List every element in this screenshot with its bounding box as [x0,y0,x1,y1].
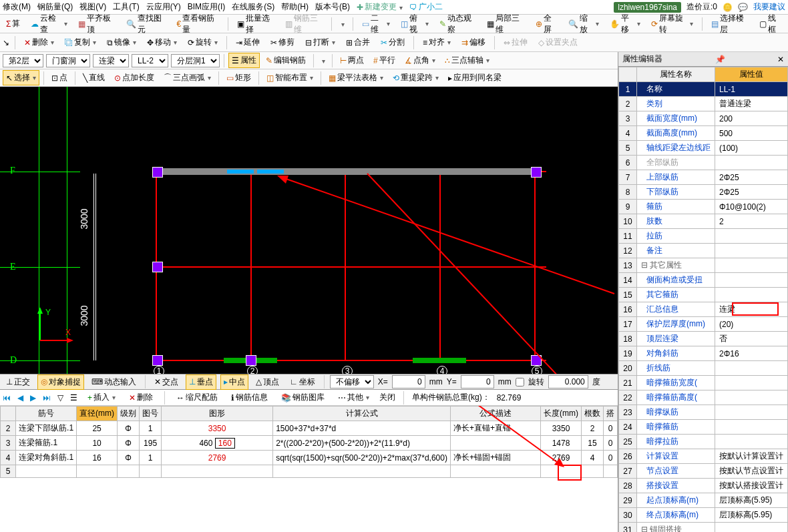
menu-modify[interactable]: 修改(M) [3,1,31,13]
prop-row[interactable]: 7 上部纵筋2Φ25 [619,170,788,185]
pan-button[interactable]: ✋平移 [606,11,644,37]
dynview-button[interactable]: ✎动态观察 [436,11,479,37]
prop-row[interactable]: 14 侧面构造或受扭 [619,273,788,288]
type-select[interactable]: 连梁 [93,54,129,67]
prop-row[interactable]: 22 暗撑箍筋高度( [619,390,788,405]
rebarlib-button[interactable]: 📚钢筋图库 [278,390,328,405]
nav-next[interactable]: ▶ [30,393,36,403]
copy-button[interactable]: ⿻复制 [61,35,100,50]
more-dropdown[interactable] [337,19,347,29]
snap-toggle[interactable]: ◎对象捕捉 [37,374,84,390]
rebar-table[interactable]: 筋号 直径(mm) 级别 图号 图形 计算公式 公式描述 长度(mm) 根数 搭… [0,406,618,478]
prop-row[interactable]: 15 其它箍筋 [619,288,788,302]
break-button[interactable]: ⊟打断 [302,35,339,50]
smart-tool[interactable]: ◫智能布置 [263,70,317,85]
x-input[interactable] [392,375,425,388]
deg-input[interactable] [548,375,588,388]
pingqi-button[interactable]: ▦平齐板顶 [75,11,119,37]
nav-last[interactable]: ⏭ [43,393,51,403]
prop-row[interactable]: 19 对角斜筋2Φ16 [619,346,788,361]
prop-row[interactable]: 21 暗撑箍筋宽度( [619,376,788,390]
prop-row[interactable]: 2 类别普通连梁 [619,97,788,111]
calc-button[interactable]: Σ算 [3,16,23,31]
prop-row[interactable]: 11 拉筋 [619,229,788,244]
prop-row[interactable]: 10 肢数2 [619,214,788,229]
nav-filter[interactable]: ▽ [57,393,63,403]
mirror-button[interactable]: ⧉镜像 [104,35,140,50]
table-row[interactable]: 2 连梁下部纵筋.1 25Φ1 3350 1500+37*d+37*d 净长+直… [1,421,618,436]
twopoint-button[interactable]: ⊢两点 [337,53,367,68]
property-button[interactable]: ☰属性 [228,53,260,68]
dyninput-toggle[interactable]: ⌨动态输入 [88,374,140,390]
select-tool[interactable]: ↖选择 [3,70,39,85]
applyall-button[interactable]: ▸应用到同名梁 [445,70,505,85]
table-row[interactable]: 4 连梁对角斜筋.1 16Φ1 2769 sqrt(sqr(1500)+sqr(… [1,451,618,465]
screenrot-button[interactable]: ⟳屏幕旋转 [648,11,697,37]
beamtable-button[interactable]: ▦梁平法表格 [325,70,387,85]
viewrebar-button[interactable]: €查看钢筋量 [174,11,222,37]
prop-row[interactable]: 3 截面宽度(mm)200 [619,111,788,126]
mid-toggle[interactable]: ▸中点 [220,374,248,390]
batch-button[interactable]: ▣批量选择 [234,11,278,37]
rebarinfo-button[interactable]: ℹ钢筋信息 [228,390,271,405]
cloudcheck-button[interactable]: ☁云检查 [27,11,70,37]
birdview-button[interactable]: ◫俯视 [397,11,432,37]
offset-button[interactable]: ⇉偏移 [458,35,489,50]
threeaux-button[interactable]: ∴三点辅轴 [441,53,493,68]
zoom-button[interactable]: 🔍缩放 [565,11,602,37]
rotate-checkbox[interactable] [516,378,524,386]
arrow-icon[interactable]: ↘ [3,38,9,47]
insert-button[interactable]: +插入 [84,390,119,405]
split-button[interactable]: ✂分割 [377,35,408,50]
prop-row[interactable]: 6全部纵筋 [619,156,788,170]
close-button[interactable]: 关闭 [379,392,395,403]
selectfloor-button[interactable]: ▤选择楼层 [708,11,752,37]
apex-toggle[interactable]: △顶点 [252,374,282,390]
floor-select[interactable]: 第2层 [3,54,43,67]
perp-toggle[interactable]: ⊥垂点 [186,374,216,390]
nav-first[interactable]: ⏮ [3,393,11,403]
table-row[interactable]: 5 [1,465,618,478]
prop-row[interactable]: 18 顶层连梁否 [619,332,788,346]
pin-icon[interactable]: 📌 [715,55,725,64]
nav-prev[interactable]: ◀ [17,393,23,403]
parallel-button[interactable]: #平行 [370,53,399,68]
category-select[interactable]: 门窗洞 [46,54,90,67]
viewport[interactable]: F E D 3000 3000 1 2 3 4 5 Y X [0,87,618,374]
view2d-button[interactable]: ▭二维 [359,11,393,37]
point-tool[interactable]: ⊡点 [48,70,71,85]
delete-button[interactable]: ✕删除 [21,35,57,50]
y-input[interactable] [461,375,494,388]
scalerebar-button[interactable]: ↔缩尺配筋 [173,390,221,405]
stretch-button[interactable]: ⇔拉伸 [500,35,531,50]
ortho-toggle[interactable]: ⊥正交 [3,374,33,390]
prop-row[interactable]: 5 轴线距梁左边线距(100) [619,141,788,156]
line-tool[interactable]: ╲直线 [79,70,108,85]
arc3-tool[interactable]: ⌒三点画弧 [160,70,214,85]
wireframe-button[interactable]: ▢线框 [756,11,785,37]
prop-row[interactable]: 13⊟ 其它属性 [619,258,788,273]
ptlen-tool[interactable]: ⊙点加长度 [111,70,158,85]
prop-row[interactable]: 17 保护层厚度(mm)(20) [619,317,788,332]
merge-button[interactable]: ⊞合并 [343,35,373,50]
delete-row-button[interactable]: ✕删除 [126,390,156,405]
relayout-button[interactable]: ⟲重提梁跨 [389,70,442,85]
rebar3d-button[interactable]: ▥钢筋三维 [282,11,326,37]
prop-row[interactable]: 25 暗撑拉筋 [619,435,788,449]
move-button[interactable]: ✥移动 [144,35,180,50]
extend-button[interactable]: ⇥延伸 [232,35,263,50]
prop-row[interactable]: 23 暗撑纵筋 [619,405,788,420]
prop-row[interactable]: 27 节点设置按默认节点设置计 [619,464,788,479]
nav-list[interactable]: ☰ [70,393,77,403]
prop-row[interactable]: 9 箍筋Φ10@100(2) [619,200,788,214]
prop-row[interactable]: 28 搭接设置按默认搭接设置计 [619,479,788,493]
rotate-button[interactable]: ⟳旋转 [184,35,221,50]
trim-button[interactable]: ✂修剪 [267,35,298,50]
more2-dropdown[interactable] [318,56,328,65]
ptangle-button[interactable]: ∡点角 [401,53,439,68]
prop-row[interactable]: 1 名称LL-1 [619,82,788,97]
find-button[interactable]: 🔍查找图元 [123,11,170,37]
offset-select[interactable]: 不偏移 [330,375,374,388]
local3d-button[interactable]: ▦局部三维 [483,11,528,37]
prop-row[interactable]: 16 汇总信息连梁 [619,302,788,317]
